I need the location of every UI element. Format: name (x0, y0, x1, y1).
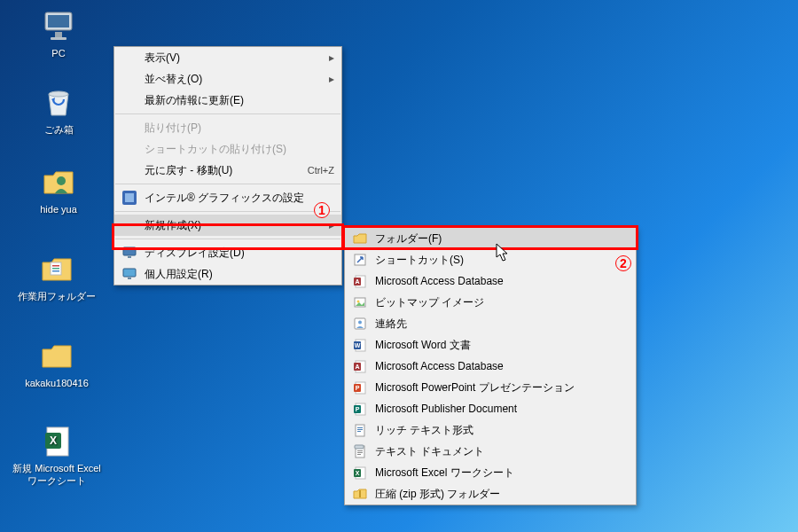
svg-rect-8 (52, 268, 59, 270)
menu-item-undo[interactable]: 元に戻す - 移動(U)Ctrl+Z (114, 160, 341, 181)
context-menu-desktop: 表示(V)▸ 並べ替え(O)▸ 最新の情報に更新(E) 貼り付け(P) ショート… (113, 46, 342, 286)
menu-separator (115, 184, 340, 184)
menu-item-view[interactable]: 表示(V)▸ (114, 47, 341, 68)
svg-rect-9 (52, 270, 59, 272)
svg-point-26 (358, 321, 362, 325)
desktop-icon-label: ごみ箱 (23, 124, 94, 137)
annotation-number-2: 2 (615, 255, 631, 271)
bitmap-icon (350, 295, 370, 309)
contact-icon (350, 317, 370, 331)
txt-icon (350, 444, 370, 458)
submenu-item-access[interactable]: A Microsoft Access Database (345, 270, 636, 292)
display-settings-icon (120, 246, 139, 260)
word-icon: W (350, 338, 370, 352)
submenu-item-publisher[interactable]: P Microsoft Publisher Document (345, 398, 636, 419)
svg-rect-16 (128, 256, 131, 258)
svg-text:A: A (355, 364, 359, 370)
submenu-item-bitmap[interactable]: ビットマップ イメージ (345, 292, 636, 313)
rtf-icon (350, 423, 370, 437)
menu-item-intel-graphics[interactable]: インテル® グラフィックスの設定 (114, 187, 341, 208)
desktop-icon-label: 作業用フォルダー (12, 291, 101, 303)
svg-text:P: P (356, 385, 360, 391)
svg-rect-51 (359, 490, 361, 497)
desktop-icon-recycle[interactable]: ごみ箱 (23, 83, 94, 137)
folder-icon (38, 337, 75, 374)
pc-icon (40, 7, 77, 44)
submenu-item-zip[interactable]: 圧縮 (zip 形式) フォルダー (345, 483, 636, 505)
submenu-item-word[interactable]: W Microsoft Word 文書 (345, 334, 636, 356)
menu-item-refresh[interactable]: 最新の情報に更新(E) (114, 90, 341, 111)
folder-icon (38, 250, 75, 287)
svg-rect-7 (52, 265, 59, 267)
personalize-icon (120, 267, 139, 281)
menu-item-new[interactable]: 新規作成(X)▸ (114, 215, 341, 236)
desktop-icon-kakaku[interactable]: kakaku180416 (12, 337, 101, 390)
desktop-icon-label: kakaku180416 (12, 378, 101, 390)
zip-icon (350, 488, 370, 500)
svg-rect-17 (123, 269, 136, 277)
excel-file-icon: X (38, 422, 75, 459)
cursor-icon (496, 243, 512, 262)
chevron-right-icon: ▸ (325, 73, 334, 85)
context-submenu-new: フォルダー(F) ショートカット(S) A Microsoft Access D… (344, 227, 637, 505)
svg-rect-1 (48, 15, 69, 27)
svg-text:A: A (355, 278, 359, 285)
chevron-right-icon: ▸ (325, 51, 334, 64)
access-icon: A (350, 274, 370, 288)
submenu-item-rtf[interactable]: リッチ テキスト形式 (345, 419, 636, 441)
svg-rect-47 (357, 454, 361, 455)
svg-point-5 (57, 176, 66, 185)
menu-item-display-settings[interactable]: ディスプレイ設定(D) (114, 242, 341, 263)
svg-rect-46 (357, 452, 363, 453)
menu-separator (115, 239, 340, 239)
svg-text:P: P (356, 406, 360, 412)
submenu-item-shortcut[interactable]: ショートカット(S) (345, 249, 636, 270)
desktop-icon-pc[interactable]: PC (23, 7, 94, 60)
submenu-item-contact[interactable]: 連絡先 (345, 313, 636, 334)
svg-rect-15 (123, 247, 136, 255)
chevron-right-icon: ▸ (325, 219, 334, 231)
recycle-bin-icon (40, 83, 77, 121)
svg-rect-40 (357, 427, 363, 428)
desktop-icon-label: 新規 Microsoft Excel ワークシート (12, 463, 101, 488)
submenu-item-access2[interactable]: A Microsoft Access Database (345, 356, 636, 377)
access-icon: A (350, 359, 370, 373)
publisher-icon: P (350, 402, 370, 416)
svg-rect-42 (357, 431, 361, 432)
shortcut-icon (350, 253, 370, 267)
menu-separator (115, 113, 340, 114)
menu-item-paste-shortcut: ショートカットの貼り付け(S) (114, 138, 341, 160)
excel-icon: X (350, 466, 370, 480)
svg-rect-2 (55, 32, 62, 37)
user-folder-icon (40, 163, 77, 200)
menu-item-personalize[interactable]: 個人用設定(R) (114, 263, 341, 285)
svg-text:X: X (50, 434, 57, 447)
menu-separator (115, 211, 340, 212)
submenu-item-excel[interactable]: X Microsoft Excel ワークシート (345, 462, 636, 483)
svg-rect-39 (356, 425, 364, 436)
submenu-item-ppt[interactable]: P Microsoft PowerPoint プレゼンテーション (345, 377, 636, 398)
submenu-item-folder[interactable]: フォルダー(F) (345, 228, 636, 249)
svg-rect-3 (51, 37, 66, 40)
svg-text:W: W (355, 342, 361, 348)
desktop-icon-userfolder[interactable]: hide yua (23, 163, 94, 216)
intel-icon (120, 191, 139, 205)
desktop-icon-label: PC (23, 48, 94, 60)
desktop-icon-excel[interactable]: X 新規 Microsoft Excel ワークシート (12, 422, 101, 488)
svg-point-4 (49, 91, 68, 97)
folder-icon (350, 232, 370, 245)
desktop-icon-workfolder[interactable]: 作業用フォルダー (12, 250, 101, 303)
ppt-icon: P (350, 380, 370, 395)
annotation-number-1: 1 (314, 202, 330, 218)
svg-rect-45 (357, 450, 363, 451)
svg-rect-18 (128, 278, 131, 279)
menu-item-sort[interactable]: 並べ替え(O)▸ (114, 68, 341, 90)
desktop-icon-label: hide yua (23, 204, 94, 216)
svg-rect-41 (357, 429, 363, 430)
svg-text:X: X (356, 470, 360, 476)
svg-rect-44 (355, 445, 364, 449)
svg-rect-14 (125, 193, 134, 202)
menu-item-paste: 貼り付け(P) (114, 117, 341, 138)
submenu-item-txt[interactable]: テキスト ドキュメント (345, 441, 636, 462)
